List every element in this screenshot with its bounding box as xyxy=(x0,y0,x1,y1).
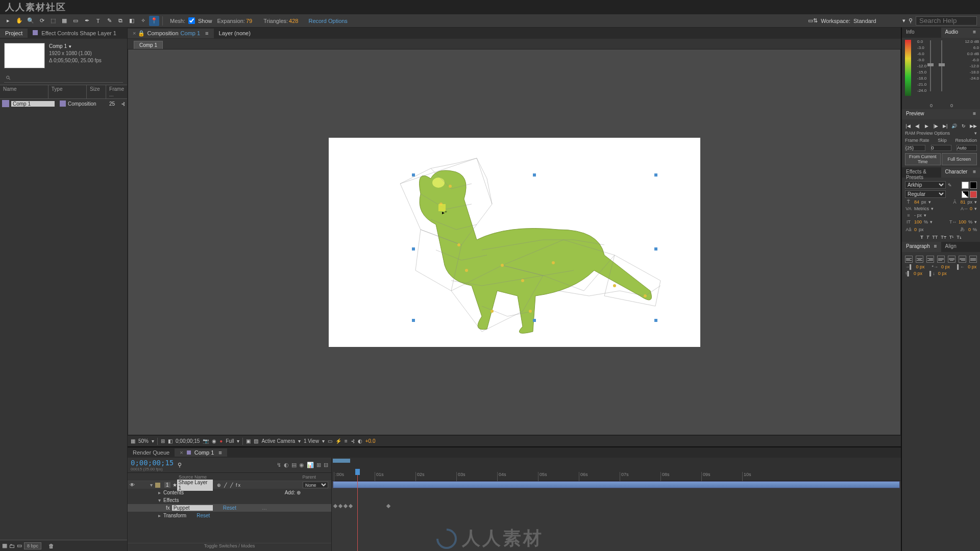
keyframe-row[interactable] xyxy=(332,503,901,510)
comp-link[interactable]: Comp 1 xyxy=(181,30,201,36)
tab-character[interactable]: Character ≡ xyxy=(941,167,981,178)
close-icon[interactable]: × xyxy=(180,449,183,456)
pixel-aspect-icon[interactable]: ▭ xyxy=(328,438,332,444)
font-size-value[interactable]: 84 xyxy=(914,199,919,205)
prop-transform[interactable]: ▸Transform Reset xyxy=(128,512,331,519)
audio-slider-left[interactable] xyxy=(930,40,931,91)
hscale-value[interactable]: 100 xyxy=(959,219,966,224)
vscale-value[interactable]: 100 xyxy=(914,219,922,224)
baseline-value[interactable]: 0 xyxy=(914,227,917,232)
viewport[interactable]: ▸⁺ xyxy=(128,49,901,435)
indent-right[interactable]: 0 px xyxy=(968,264,976,269)
tab-info[interactable]: Info xyxy=(902,28,941,38)
header-source-name[interactable]: Source Name xyxy=(179,474,207,480)
flowchart-icon[interactable]: ⊰ xyxy=(121,101,125,107)
camera-dropdown[interactable]: Active Camera xyxy=(261,438,295,444)
indent-left[interactable]: 0 px xyxy=(916,264,924,269)
interpret-icon[interactable]: ▦ xyxy=(2,542,7,549)
comp-name-dropdown[interactable]: Comp 1 xyxy=(49,43,102,50)
auto-kf-icon[interactable]: ⊟ xyxy=(324,462,328,468)
last-frame-button[interactable]: ▶| xyxy=(942,123,948,129)
clone-tool[interactable]: ⧉ xyxy=(115,16,126,26)
color-icon[interactable]: ● xyxy=(219,438,223,444)
smallcaps-button[interactable]: Tᴛ xyxy=(941,235,946,240)
justify-last-right-button[interactable] xyxy=(959,256,966,263)
col-frame[interactable]: Frame ... xyxy=(106,85,127,98)
align-left-button[interactable] xyxy=(905,256,913,263)
timeline-icon[interactable]: ≡ xyxy=(345,438,348,444)
stroke-swatch[interactable] xyxy=(970,182,977,189)
toggle-switches-button[interactable]: Toggle Switches / Modes xyxy=(128,543,331,551)
subscript-button[interactable]: T₁ xyxy=(957,235,962,240)
motion-blur-icon[interactable]: ◉ xyxy=(299,462,304,468)
next-frame-button[interactable]: |▶ xyxy=(933,123,939,129)
type-tool[interactable]: T xyxy=(93,16,103,26)
timeline-track-area[interactable]: :00s01s02s03s04s05s06s07s08s09s10s xyxy=(332,458,901,551)
mesh-show-checkbox[interactable] xyxy=(188,17,195,24)
superscript-button[interactable]: T¹ xyxy=(949,235,954,240)
camera-tool[interactable]: ⬚ xyxy=(48,16,58,26)
timecode-display[interactable]: 0;00;00;15 xyxy=(176,438,200,444)
col-name[interactable]: Name xyxy=(0,85,48,98)
col-size[interactable]: Size xyxy=(86,85,106,98)
snapshot-icon[interactable]: 📷 xyxy=(203,438,209,444)
indent-first[interactable]: 0 px xyxy=(941,264,950,269)
draft-icon[interactable]: ◐ xyxy=(284,462,289,468)
tsume-value[interactable]: 0 xyxy=(968,227,971,232)
style-dropdown[interactable]: Regular xyxy=(905,190,946,198)
new-comp-icon[interactable]: ▭ xyxy=(17,542,22,549)
timeline-search-icon[interactable]: ⚲ xyxy=(178,462,182,468)
tab-timeline-comp[interactable]: × Comp 1 ≡ xyxy=(175,448,227,457)
lock-icon[interactable]: 🔒 xyxy=(138,30,145,37)
ram-preview-options[interactable]: RAM Preview Options xyxy=(905,131,950,136)
leading-value[interactable]: 81 xyxy=(960,199,965,205)
puppet-pin-tool[interactable]: 📍 xyxy=(149,16,159,26)
bold-button[interactable]: T xyxy=(920,235,923,240)
justify-last-left-button[interactable] xyxy=(937,256,945,263)
add-icon[interactable]: ⊕ xyxy=(297,490,301,495)
twirl-icon[interactable]: ▾ xyxy=(150,482,155,488)
sync-icon[interactable]: ▭⇅ xyxy=(808,17,818,24)
tab-effects-presets[interactable]: Effects & Presets xyxy=(902,167,941,178)
prop-contents[interactable]: ▸Contents Add: ⊕ xyxy=(128,489,331,496)
eraser-tool[interactable]: ◧ xyxy=(127,16,137,26)
trash-icon[interactable]: 🗑 xyxy=(48,543,54,549)
justify-all-button[interactable] xyxy=(969,256,977,263)
tab-audio[interactable]: Audio ≡ xyxy=(941,28,981,38)
comp-subtab[interactable]: Comp 1 xyxy=(134,41,163,49)
tab-align[interactable]: Align xyxy=(941,242,981,252)
artboard[interactable]: ▸⁺ xyxy=(329,138,700,347)
reset-link[interactable]: Reset xyxy=(197,513,210,518)
record-options-link[interactable]: Record Options xyxy=(308,18,347,24)
project-item-name[interactable]: Comp 1 xyxy=(11,101,55,107)
header-parent[interactable]: Parent xyxy=(302,474,316,480)
loop-button[interactable]: ↻ xyxy=(961,123,967,129)
resolution-icon[interactable]: ⊞ xyxy=(161,438,165,444)
parent-dropdown[interactable]: None xyxy=(303,482,328,488)
new-folder-icon[interactable]: 🗀 xyxy=(9,543,15,549)
current-timecode[interactable]: 0;00;00;15 xyxy=(131,459,174,467)
expansion-value[interactable]: 79 xyxy=(246,18,252,24)
layer-color[interactable] xyxy=(155,483,160,488)
tab-composition[interactable]: × 🔒 Composition Comp 1 ≡ xyxy=(128,29,214,38)
no-fill-swatch[interactable] xyxy=(970,191,977,198)
bpc-button[interactable]: 8 bpc xyxy=(24,542,41,549)
layer-row[interactable]: 👁 ▾ 1 ★ Shape Layer 1 ⊕ ╱ ╱ fx None xyxy=(128,481,331,489)
prev-frame-button[interactable]: ◀| xyxy=(914,123,920,129)
hand-tool[interactable]: ✋ xyxy=(14,16,24,26)
tab-layer[interactable]: Layer (none) xyxy=(214,29,256,38)
space-after[interactable]: 0 px xyxy=(938,271,947,276)
brainstorm-icon[interactable]: ⊞ xyxy=(316,462,321,468)
exposure-value[interactable]: +0.0 xyxy=(365,438,376,444)
workspace-dropdown[interactable]: Standard xyxy=(853,18,899,24)
tracking-value[interactable]: 0 xyxy=(970,206,972,211)
font-dropdown[interactable]: Arkhip xyxy=(905,181,946,189)
roi-icon[interactable]: ▣ xyxy=(246,438,251,444)
first-frame-button[interactable]: |◀ xyxy=(905,123,911,129)
swap-swatch[interactable] xyxy=(962,191,969,198)
fast-preview-icon[interactable]: ⚡ xyxy=(335,438,341,444)
search-icon[interactable]: ⚲ xyxy=(909,17,913,24)
shy-icon[interactable]: ↯ xyxy=(277,462,281,468)
search-help-input[interactable] xyxy=(916,16,977,26)
align-center-button[interactable] xyxy=(916,256,923,263)
